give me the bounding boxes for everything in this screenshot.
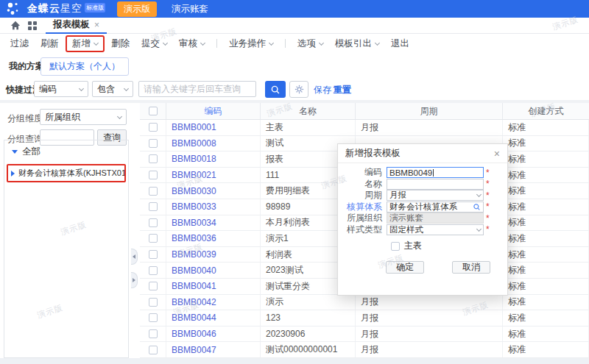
cell-code[interactable]: BBMB0001 [166,120,261,135]
toolbar-item-4[interactable]: 提交 [141,38,167,50]
cell-code[interactable]: BBMB0018 [166,151,261,167]
row-checkbox-cell [140,342,166,357]
toolbar-item-9[interactable]: 退出 [391,38,409,50]
ok-button[interactable]: 确定 [386,261,424,274]
filter-settings-button[interactable] [289,81,308,98]
text-cursor [433,169,434,176]
search-icon [270,85,281,95]
cell-name: 主表 [261,120,356,135]
modal-field-row: 编码BBMB0049* [338,167,507,179]
panel-splitter[interactable] [131,103,140,358]
tree-expand-icon[interactable] [12,150,18,154]
tree-node-accounting-system[interactable]: 财务会计核算体系(KJHSTX01_SYS) [7,164,126,182]
filter-operator-value: 包含 [97,83,115,96]
cell-code[interactable]: BBMB0042 [166,295,261,310]
cell-create-type: 标准 [503,279,589,294]
header-code[interactable]: 编码 [166,103,261,119]
group-dimension-select[interactable]: 所属组织 [40,109,127,125]
main-table-checkbox[interactable] [391,242,400,251]
search-button[interactable] [265,81,286,98]
row-checkbox[interactable] [149,123,158,132]
row-checkbox[interactable] [149,154,158,163]
row-checkbox[interactable] [149,266,158,275]
row-checkbox[interactable] [149,187,158,196]
tab-close-icon[interactable]: × [94,20,99,30]
cell-code[interactable]: BBMB0034 [166,215,261,231]
cell-code[interactable]: BBMB0008 [166,136,261,151]
select-all-checkbox[interactable] [149,107,158,115]
cell-name: 20230906 [261,326,356,342]
cancel-button[interactable]: 取消 [452,261,490,274]
cell-code[interactable]: BBMB0040 [166,263,261,278]
row-checkbox[interactable] [149,218,158,227]
row-checkbox[interactable] [149,346,158,354]
cell-code[interactable]: BBMB0046 [166,326,261,342]
group-tree: 全部 财务会计核算体系(KJHSTX01_SYS) [4,140,129,358]
toolbar-item-6[interactable]: 业务操作 [229,38,273,50]
required-mark: * [486,201,490,212]
modal-close-icon[interactable]: × [494,148,500,160]
tree-collapse-icon[interactable] [11,171,15,176]
cell-code[interactable]: BBMB0036 [166,231,261,246]
row-checkbox-cell [140,247,166,263]
collapse-left-handle[interactable] [131,249,138,265]
cell-code[interactable]: BBMB0041 [166,279,261,294]
reset-filter-link[interactable]: 重置 [334,84,351,96]
cell-code[interactable]: BBMB0044 [166,310,261,326]
cell-code[interactable]: BBMB0047 [166,342,261,357]
keyword-search-input[interactable] [138,81,256,97]
header-name[interactable]: 名称 [261,103,356,119]
row-checkbox[interactable] [149,202,158,211]
filter-field-select[interactable]: 编码 [34,81,88,97]
cell-code[interactable]: BBMB0033 [166,199,261,215]
field-label: 所属组织 [338,212,387,224]
cell-code[interactable]: BBMB0039 [166,247,261,263]
filter-operator-select[interactable]: 包含 [92,81,133,97]
row-checkbox[interactable] [149,171,158,179]
toolbar-item-1[interactable]: 刷新 [40,38,59,50]
table-row: BBMB004620230906月报标准 [140,326,589,343]
account-name[interactable]: 演示账套 [172,3,208,15]
required-mark: * [486,190,490,201]
home-icon[interactable] [10,21,21,30]
field-input-text[interactable] [387,179,484,190]
header-create-type[interactable]: 创建方式 [503,103,589,119]
save-filter-link[interactable]: 保存 [314,84,331,96]
table-row: BBMB0047测试00000000001月报标准 [140,342,589,358]
row-checkbox[interactable] [149,329,158,338]
cell-name: 123 [261,310,356,326]
field-label[interactable]: 核算体系 [338,201,387,213]
field-input-lookup[interactable]: 财务会计核算体系 [387,201,484,213]
group-dimension-value: 所属组织 [45,111,80,124]
toolbar-item-3[interactable]: 删除 [111,38,130,50]
field-input-select[interactable]: 月报 [387,190,484,201]
row-checkbox[interactable] [149,139,158,148]
toolbar-item-2[interactable]: 新增 [66,35,105,52]
row-checkbox[interactable] [149,282,158,290]
default-scheme-button[interactable]: 默认方案（个人） [40,57,129,76]
chevron-down-icon [319,40,324,45]
row-checkbox[interactable] [149,313,158,322]
field-input-select[interactable]: 固定样式 [387,224,484,235]
tree-node-all[interactable]: 全部 [4,140,128,160]
field-input-text[interactable]: BBMB0049 [387,167,484,178]
row-checkbox[interactable] [149,250,158,259]
chevron-down-icon [476,226,482,232]
toolbar-item-8[interactable]: 模板引出 [335,38,379,50]
cell-create-type: 标准 [503,199,589,215]
cell-code[interactable]: BBMB0030 [166,183,261,199]
row-checkbox-cell [140,199,166,215]
toolbar-item-label: 业务操作 [229,38,266,50]
lookup-search-icon[interactable] [473,203,481,211]
header-period[interactable]: 周期 [356,103,503,119]
tab-report-template[interactable]: 报表模板 × [46,18,107,34]
toolbar-item-label: 选项 [297,38,316,50]
row-checkbox[interactable] [149,234,158,243]
expand-right-handle[interactable] [131,272,138,288]
toolbar-item-7[interactable]: 选项 [297,38,323,50]
toolbar-item-0[interactable]: 过滤 [10,38,29,50]
app-grid-icon[interactable] [28,21,37,30]
toolbar-item-5[interactable]: 审核 [179,38,205,50]
row-checkbox[interactable] [149,298,158,307]
cell-code[interactable]: BBMB0021 [166,168,261,183]
